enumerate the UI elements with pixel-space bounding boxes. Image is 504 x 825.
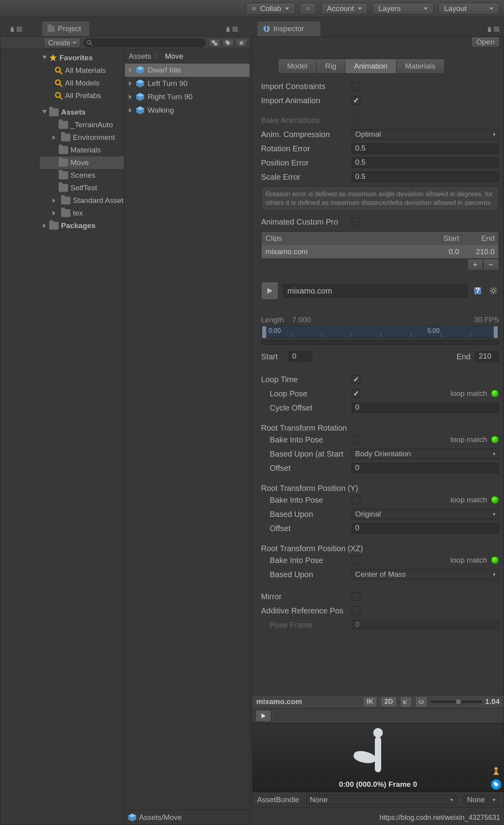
label: Scenes (70, 171, 95, 180)
help-icon[interactable]: ? (472, 285, 483, 296)
loop-time-checkbox[interactable]: ✓ (352, 375, 360, 384)
add-clip-button[interactable]: + (467, 259, 483, 271)
tab-inspector[interactable]: iInspector (258, 21, 321, 36)
filter-all-models[interactable]: All Models (40, 77, 124, 89)
additive-ref-checkbox[interactable] (352, 606, 360, 615)
layers-button[interactable]: Layers (372, 3, 434, 15)
preview-viewport[interactable]: 0:00 (000.0%) Frame 0 (252, 723, 504, 792)
bake-into-pose-label: Bake Into Pose (261, 435, 352, 444)
assetbundle-dropdown[interactable]: None▾ (306, 795, 456, 805)
tab-rig[interactable]: Rig (317, 59, 346, 73)
tab-model[interactable]: Model (278, 59, 317, 73)
speed-slider[interactable] (431, 701, 482, 703)
bake-into-pose-checkbox[interactable] (352, 556, 360, 565)
open-button[interactable]: Open (471, 37, 500, 48)
animated-custom-checkbox[interactable] (352, 217, 360, 226)
breadcrumb-current[interactable]: Move (165, 52, 183, 61)
filter-all-materials[interactable]: All Materials (40, 64, 124, 77)
ik-button[interactable]: IK (363, 696, 377, 707)
folder-item[interactable]: tex (40, 207, 124, 219)
timeline-scroll[interactable] (261, 340, 499, 345)
assets-header[interactable]: Assets (40, 106, 124, 119)
list-item[interactable]: Walking (125, 104, 250, 117)
layers-label: Layers (378, 4, 401, 13)
scale-error-field[interactable]: 0.5 (352, 172, 499, 182)
favorites-header[interactable]: ★Favorites (40, 52, 124, 64)
import-constraints-checkbox[interactable] (352, 82, 360, 91)
tab-project[interactable]: Project (42, 21, 89, 36)
timeline-start-handle[interactable] (262, 326, 266, 338)
clip-play-button[interactable] (261, 282, 278, 300)
create-button[interactable]: Create (44, 38, 80, 48)
anim-compression-dropdown[interactable]: Optimal▾ (352, 129, 499, 139)
clip-name-field[interactable]: mixamo.com (283, 284, 467, 297)
tab-inspector-label: Inspector (273, 24, 304, 33)
based-upon-dropdown[interactable]: Original▾ (352, 509, 499, 519)
svg-line-51 (421, 701, 422, 702)
loop-match-indicator (491, 496, 499, 504)
additive-ref-label: Additive Reference Pos (261, 606, 352, 615)
avatar-icon[interactable] (492, 767, 500, 775)
pivot-button[interactable] (400, 696, 412, 708)
svg-point-41 (492, 289, 495, 292)
clip-row[interactable]: mixamo.com0.0210.0 (261, 245, 498, 258)
start-field[interactable]: 0 (289, 351, 312, 362)
based-upon-dropdown[interactable]: Body Orientation▾ (352, 449, 499, 459)
panel-menu-icon[interactable] (9, 26, 22, 32)
label: Move (70, 158, 89, 167)
loop-match-label: loop match (450, 496, 487, 504)
list-item[interactable]: Right Turn 90 (125, 90, 250, 104)
folder-item[interactable]: Standard Assets (40, 194, 124, 207)
list-item[interactable]: Left Turn 90 (125, 77, 250, 90)
folder-item[interactable]: Materials (40, 144, 124, 156)
clips-table: ClipsStartEnd mixamo.com0.0210.0 (261, 231, 499, 259)
account-button[interactable]: Account (321, 3, 368, 15)
folder-item[interactable]: Scenes (40, 169, 124, 182)
offset-field[interactable]: 0 (352, 463, 499, 473)
offset-field[interactable]: 0 (352, 523, 499, 533)
svg-marker-12 (42, 56, 47, 59)
collab-button[interactable]: Collab (246, 3, 295, 15)
bake-into-pose-checkbox[interactable] (352, 496, 360, 504)
breadcrumb-root[interactable]: Assets (129, 52, 151, 61)
end-field[interactable]: 210 (475, 351, 499, 362)
filter-all-prefabs[interactable]: All Prefabs (40, 89, 124, 102)
packages-header[interactable]: Packages (40, 219, 124, 232)
folder-item[interactable]: Environment (40, 131, 124, 144)
import-animation-checkbox[interactable]: ✓ (352, 96, 360, 105)
gear-icon[interactable] (488, 285, 499, 296)
folder-icon (59, 171, 68, 179)
favorite-button[interactable]: ★ (235, 39, 247, 47)
loop-pose-checkbox[interactable]: ✓ (352, 389, 360, 398)
timeline-end-handle[interactable] (494, 326, 498, 338)
anim-compression-label: Anim. Compression (261, 130, 352, 139)
based-upon-dropdown[interactable]: Center of Mass▾ (352, 569, 499, 580)
search-input[interactable] (83, 39, 206, 47)
speed-button[interactable] (415, 696, 428, 708)
filter-by-type-button[interactable] (209, 39, 220, 47)
panel-menu-icon[interactable] (487, 26, 499, 32)
slider-knob[interactable] (455, 699, 461, 705)
layout-button[interactable]: Layout (438, 3, 499, 15)
cycle-offset-field[interactable]: 0 (352, 403, 499, 413)
cycle-offset-label: Cycle Offset (261, 403, 352, 412)
panel-menu-icon[interactable] (225, 26, 238, 32)
rotation-error-field[interactable]: 0.5 (352, 143, 499, 154)
tab-materials[interactable]: Materials (397, 59, 444, 73)
preview-play-button[interactable] (256, 710, 271, 722)
list-item-selected[interactable]: Dwarf Idle (125, 63, 250, 77)
2d-button[interactable]: 2D (380, 696, 397, 707)
folder-item[interactable]: SelfTest (40, 182, 124, 194)
position-error-field[interactable]: 0.5 (352, 158, 499, 168)
tag-icon[interactable] (491, 779, 501, 790)
assetbundle-variant-dropdown[interactable]: None▾ (463, 795, 499, 805)
cloud-button[interactable] (300, 3, 316, 15)
bake-into-pose-checkbox[interactable] (352, 435, 360, 444)
remove-clip-button[interactable]: − (483, 259, 499, 271)
mirror-checkbox[interactable] (352, 592, 360, 601)
tab-animation[interactable]: Animation (345, 59, 397, 73)
filter-by-label-button[interactable] (222, 39, 234, 47)
folder-item[interactable]: _TerrainAuto (40, 119, 124, 131)
folder-item-selected[interactable]: Move (40, 156, 124, 169)
timeline[interactable]: 0:00 5:00 (261, 326, 499, 338)
